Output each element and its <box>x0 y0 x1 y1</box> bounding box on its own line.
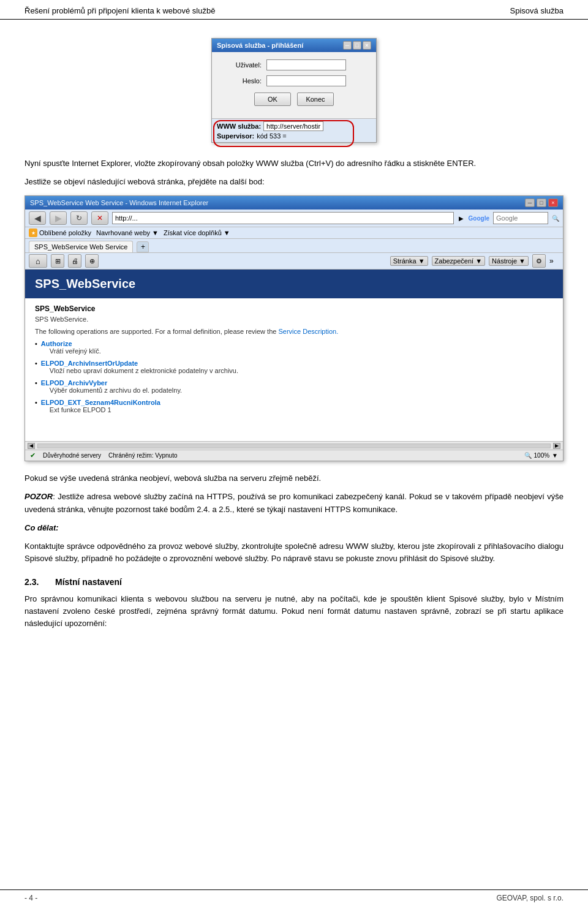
page-header: Řešení problémů při připojení klienta k … <box>0 0 588 20</box>
horizontal-scrollbar[interactable]: ◀ ▶ <box>25 441 563 450</box>
op-elpod-insert-name[interactable]: ELPOD_ArchivInsertOrUpdate <box>41 360 238 367</box>
browser-menu-bar: ★ Oblíbené položky Navrhované weby ▼ Zís… <box>25 227 563 239</box>
bullet-2: • <box>35 360 37 367</box>
pozor-paragraph: POZOR: Jestliže adresa webové služby zač… <box>24 491 564 515</box>
stránka-btn[interactable]: Stránka ▼ <box>390 256 428 266</box>
pozor-label: POZOR <box>24 492 53 501</box>
stop-btn[interactable]: ✕ <box>91 211 108 225</box>
scroll-right-btn[interactable]: ▶ <box>553 443 560 449</box>
service-description-link[interactable]: Service Description. <box>278 328 338 335</box>
dialog-buttons: OK Konec <box>222 92 366 106</box>
dialog-footer: WWW služba: http://server/hostir Supervi… <box>212 118 376 142</box>
cancel-button[interactable]: Konec <box>297 92 334 106</box>
service-title-bar: SPS_WebService <box>25 270 563 298</box>
password-field-row: Heslo: <box>222 75 366 86</box>
co-delat-text: Kontaktujte správce odpovědného za provo… <box>24 540 564 565</box>
section-2-3-intro: Pro správnou komunikaci klienta s webovo… <box>24 593 564 630</box>
tab-label: SPS_WebService Web Service <box>34 243 127 251</box>
home-btn[interactable]: ⌂ <box>29 254 47 268</box>
supervisor-label: Supervisor: <box>217 132 254 140</box>
section-2-3: 2.3. Místní nastavení Pro správnou komun… <box>24 577 564 630</box>
bullet-4: • <box>35 399 37 406</box>
nastroje-btn[interactable]: Nástroje ▼ <box>489 256 529 266</box>
browser-window-controls: ─ □ × <box>525 198 558 207</box>
bullet-3: • <box>35 379 37 387</box>
dialog-minimize-btn[interactable]: ─ <box>343 41 352 50</box>
browser-statusbar: ✔ Důvěryhodné servery Chráněný režim: Vy… <box>25 450 563 461</box>
supervisor-row: Supervisor: kód 533 = <box>217 132 371 140</box>
dialog-titlebar-buttons: ─ □ × <box>343 41 371 50</box>
address-bar[interactable] <box>112 212 454 224</box>
suggested-sites-label: Navrhované weby ▼ <box>96 229 159 236</box>
back-btn[interactable]: ◀ <box>29 211 46 225</box>
co-delat-heading: Co dělat: <box>24 522 564 534</box>
toolbar2-right: Stránka ▼ Zabezpečení ▼ Nástroje ▼ ⚙ » <box>390 254 559 268</box>
favorites-item[interactable]: ★ Oblíbené položky <box>29 228 91 237</box>
new-tab-btn[interactable]: + <box>137 241 149 252</box>
www-value: http://server/hostir <box>263 121 323 131</box>
browser-close-btn[interactable]: × <box>548 198 558 207</box>
zoom-icon: 🔍 <box>524 452 532 459</box>
zabezpeceni-btn[interactable]: Zabezpečení ▼ <box>432 256 486 266</box>
browser-content-body: SPS_WebService SPS WebService. The follo… <box>25 298 563 425</box>
sps-service-name: SPS_WebService <box>35 304 553 313</box>
print-btn[interactable]: 🖨 <box>68 254 81 268</box>
sps-description2: The following operations are supported. … <box>35 328 553 335</box>
go-btn[interactable]: ▶ <box>459 215 464 222</box>
star-icon: ★ <box>29 228 37 237</box>
page-zoom-btn[interactable]: ⊕ <box>85 254 99 268</box>
operation-elpod-vyber: • ELPOD_ArchivVyber Výběr dokumentů z ar… <box>35 379 553 394</box>
main-content: Spisová služba - přihlášení ─ □ × Uživat… <box>0 20 588 661</box>
footer-right: GEOVAP, spol. s r.o. <box>496 894 564 902</box>
dialog-maximize-btn[interactable]: □ <box>353 41 361 50</box>
refresh-btn[interactable]: ↻ <box>70 211 88 225</box>
zoom-dropdown-icon[interactable]: ▼ <box>552 452 558 459</box>
sps-description: SPS WebService. <box>35 315 553 323</box>
browser-screenshot: SPS_WebService Web Service - Windows Int… <box>24 195 564 461</box>
statusbar-right: 🔍 100% ▼ <box>524 452 558 459</box>
scrollbar-track[interactable] <box>37 444 551 448</box>
toolbar2-left: ⌂ ⊞ 🖨 ⊕ <box>29 254 99 268</box>
search-box[interactable] <box>493 212 548 224</box>
desc-line2: The following operations are supported. … <box>35 328 278 335</box>
statusbar-left: ✔ Důvěryhodné servery Chráněný režim: Vy… <box>30 451 178 459</box>
scroll-left-btn[interactable]: ◀ <box>28 443 35 449</box>
op-authorize-desc: Vrátí veřejný klíč. <box>50 347 101 355</box>
password-input[interactable] <box>266 75 346 86</box>
rss-btn[interactable]: ⊞ <box>51 254 64 268</box>
supervisor-value: kód 533 = <box>257 132 287 140</box>
toolbar-expand-btn[interactable]: » <box>549 257 559 265</box>
settings-icon[interactable]: ⚙ <box>532 254 546 268</box>
trusted-servers-icon: ✔ <box>30 451 36 459</box>
desc-prefix: SPS WebService. <box>35 315 88 323</box>
operation-elpod-ext: • ELPOD_EXT_Seznam4RucniKontrola Ext fun… <box>35 399 553 413</box>
favorites-label: Oblíbené položky <box>39 229 91 236</box>
next-step-paragraph: Jestliže se objeví následující webová st… <box>24 176 564 188</box>
suggested-sites[interactable]: Navrhované weby ▼ <box>96 229 159 236</box>
op-elpod-vyber-name[interactable]: ELPOD_ArchivVyber <box>41 379 182 387</box>
footer-left: - 4 - <box>24 894 37 902</box>
op-authorize-name[interactable]: Authorize <box>41 340 101 347</box>
forward-btn[interactable]: ▶ <box>50 211 67 225</box>
operations-list: • Authorize Vrátí veřejný klíč. • ELPOD_… <box>35 340 553 413</box>
user-field-row: Uživatel: <box>222 59 366 70</box>
protected-mode-label: Chráněný režim: Vypnuto <box>108 452 177 459</box>
more-addons-label: Získat více doplňků ▼ <box>164 229 230 236</box>
op-elpod-vyber-desc: Výběr dokumentů z archivu do el. podatel… <box>50 387 182 394</box>
google-logo: Google <box>469 215 489 222</box>
pozor-text-content: : Jestliže adresa webové služby začíná n… <box>24 492 564 513</box>
ok-button[interactable]: OK <box>254 92 291 106</box>
co-delat-label: Co dělat: <box>24 523 59 532</box>
browser-maximize-btn[interactable]: □ <box>537 198 546 207</box>
tab-sps-webservice[interactable]: SPS_WebService Web Service <box>29 241 133 252</box>
operation-authorize: • Authorize Vrátí veřejný klíč. <box>35 340 553 355</box>
browser-content-area: SPS_WebService SPS_WebService SPS WebSer… <box>25 270 563 441</box>
search-go-btn[interactable]: 🔍 <box>552 215 559 222</box>
dialog-titlebar: Spisová služba - přihlášení ─ □ × <box>212 39 376 52</box>
op-elpod-ext-name[interactable]: ELPOD_EXT_Seznam4RucniKontrola <box>41 399 160 406</box>
user-input[interactable] <box>266 59 346 70</box>
more-addons[interactable]: Získat více doplňků ▼ <box>164 229 230 236</box>
dialog-close-btn[interactable]: × <box>363 41 371 50</box>
browser-minimize-btn[interactable]: ─ <box>525 198 535 207</box>
trusted-servers-label: Důvěryhodné servery <box>43 452 101 459</box>
